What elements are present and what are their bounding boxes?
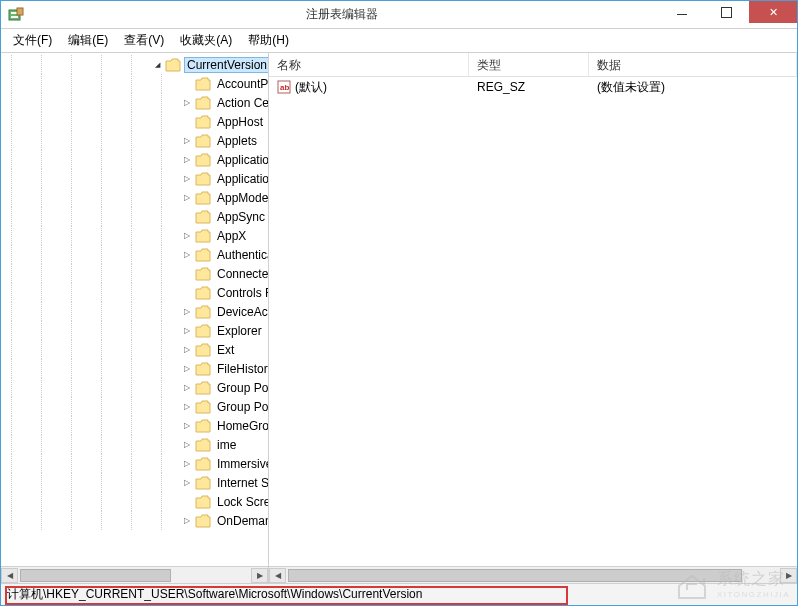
tree-label: AppModel	[214, 190, 268, 206]
tree-item[interactable]: OnDemandInte	[1, 511, 268, 530]
titlebar: 注册表编辑器	[1, 1, 797, 29]
scroll-right-button[interactable]: ▶	[251, 568, 268, 583]
menu-help[interactable]: 帮助(H)	[240, 30, 297, 51]
tree-expander-icon[interactable]	[181, 325, 193, 337]
tree-item[interactable]: Controls Folde	[1, 283, 268, 302]
tree-item[interactable]: ImmersiveShel	[1, 454, 268, 473]
tree-label: ApplicationVie	[214, 171, 268, 187]
tree-expander-icon[interactable]	[181, 458, 193, 470]
tree-expander-icon[interactable]	[181, 154, 193, 166]
tree-expander-icon[interactable]	[181, 306, 193, 318]
folder-icon	[195, 153, 211, 167]
list-pane: 名称 类型 数据 ab (默认) REG_SZ (数值未设置) ◀	[269, 53, 797, 583]
statusbar: 计算机\HKEY_CURRENT_USER\Software\Microsoft…	[1, 583, 797, 605]
tree-expander-icon[interactable]	[181, 477, 193, 489]
tree-expander-icon[interactable]	[181, 116, 193, 128]
menu-favorites[interactable]: 收藏夹(A)	[172, 30, 240, 51]
tree-item[interactable]: Ext	[1, 340, 268, 359]
tree-expander-icon[interactable]	[181, 135, 193, 147]
scroll-right-button[interactable]: ▶	[780, 568, 797, 583]
tree-item[interactable]: Applets	[1, 131, 268, 150]
menu-file[interactable]: 文件(F)	[5, 30, 60, 51]
maximize-button[interactable]	[704, 1, 749, 23]
tree-item[interactable]: ime	[1, 435, 268, 454]
cell-data: (数值未设置)	[589, 77, 797, 98]
value-name: (默认)	[295, 79, 327, 96]
column-header-data[interactable]: 数据	[589, 53, 797, 76]
menu-view[interactable]: 查看(V)	[116, 30, 172, 51]
tree-item[interactable]: Internet Setting	[1, 473, 268, 492]
tree-item-selected[interactable]: CurrentVersion	[1, 55, 268, 74]
tree-expander-icon[interactable]	[181, 496, 193, 508]
scroll-left-button[interactable]: ◀	[1, 568, 18, 583]
tree-item[interactable]: Lock Screen	[1, 492, 268, 511]
scroll-track[interactable]	[286, 568, 780, 583]
folder-icon	[195, 457, 211, 471]
tree-expander-icon[interactable]	[181, 382, 193, 394]
folder-icon	[195, 495, 211, 509]
tree-expander-icon[interactable]	[181, 173, 193, 185]
column-header-type[interactable]: 类型	[469, 53, 589, 76]
list-hscrollbar[interactable]: ◀ ▶	[269, 566, 797, 583]
tree-label: Explorer	[214, 323, 265, 339]
tree-expander-open-icon[interactable]	[151, 59, 163, 71]
tree-hscrollbar[interactable]: ◀ ▶	[1, 566, 268, 583]
scroll-left-button[interactable]: ◀	[269, 568, 286, 583]
tree-item[interactable]: DeviceAccess	[1, 302, 268, 321]
tree-label-currentversion: CurrentVersion	[184, 57, 268, 73]
list-row[interactable]: ab (默认) REG_SZ (数值未设置)	[269, 77, 797, 97]
tree-item[interactable]: FileHistory	[1, 359, 268, 378]
tree-expander-icon[interactable]	[181, 344, 193, 356]
tree-item[interactable]: AppHost	[1, 112, 268, 131]
tree-item[interactable]: AppModel	[1, 188, 268, 207]
folder-icon	[195, 343, 211, 357]
scroll-thumb[interactable]	[288, 569, 742, 582]
tree-label: AccountPicture	[214, 76, 268, 92]
tree-item[interactable]: Group Policy E	[1, 397, 268, 416]
tree-item[interactable]: AccountPicture	[1, 74, 268, 93]
close-button[interactable]	[749, 1, 797, 23]
cell-type: REG_SZ	[469, 78, 589, 96]
tree-expander-icon[interactable]	[181, 363, 193, 375]
tree-item[interactable]: AppX	[1, 226, 268, 245]
tree-expander-icon[interactable]	[181, 97, 193, 109]
folder-icon	[195, 419, 211, 433]
tree-expander-icon[interactable]	[181, 192, 193, 204]
tree-expander-icon[interactable]	[181, 78, 193, 90]
tree-item[interactable]: Group Policy	[1, 378, 268, 397]
list-body[interactable]: ab (默认) REG_SZ (数值未设置)	[269, 77, 797, 566]
tree-expander-icon[interactable]	[181, 268, 193, 280]
folder-icon	[195, 476, 211, 490]
tree-expander-icon[interactable]	[181, 515, 193, 527]
tree-item[interactable]: Authentication	[1, 245, 268, 264]
folder-icon	[195, 362, 211, 376]
minimize-button[interactable]	[659, 1, 704, 23]
tree-item[interactable]: Explorer	[1, 321, 268, 340]
tree-item[interactable]: ApplicationAss	[1, 150, 268, 169]
folder-icon	[195, 96, 211, 110]
tree-expander-icon[interactable]	[181, 230, 193, 242]
tree-expander-icon[interactable]	[181, 249, 193, 261]
tree-expander-icon[interactable]	[181, 439, 193, 451]
folder-icon	[195, 229, 211, 243]
tree-label: Applets	[214, 133, 260, 149]
tree-item[interactable]: HomeGroup	[1, 416, 268, 435]
tree-expander-icon[interactable]	[181, 401, 193, 413]
column-header-name[interactable]: 名称	[269, 53, 469, 76]
tree-label: ApplicationAss	[214, 152, 268, 168]
tree-label: AppSync	[214, 209, 268, 225]
scroll-track[interactable]	[18, 568, 251, 583]
folder-icon	[195, 324, 211, 338]
tree-label: Controls Folde	[214, 285, 268, 301]
tree-item[interactable]: Action Center	[1, 93, 268, 112]
tree-item[interactable]: AppSync	[1, 207, 268, 226]
tree-expander-icon[interactable]	[181, 287, 193, 299]
tree-expander-icon[interactable]	[181, 420, 193, 432]
tree-item[interactable]: ConnectedSea	[1, 264, 268, 283]
tree-scroll[interactable]: CurrentVersion AccountPictureAction Cent…	[1, 53, 268, 566]
content-area: CurrentVersion AccountPictureAction Cent…	[1, 53, 797, 583]
scroll-thumb[interactable]	[20, 569, 171, 582]
menu-edit[interactable]: 编辑(E)	[60, 30, 116, 51]
tree-item[interactable]: ApplicationVie	[1, 169, 268, 188]
tree-expander-icon[interactable]	[181, 211, 193, 223]
